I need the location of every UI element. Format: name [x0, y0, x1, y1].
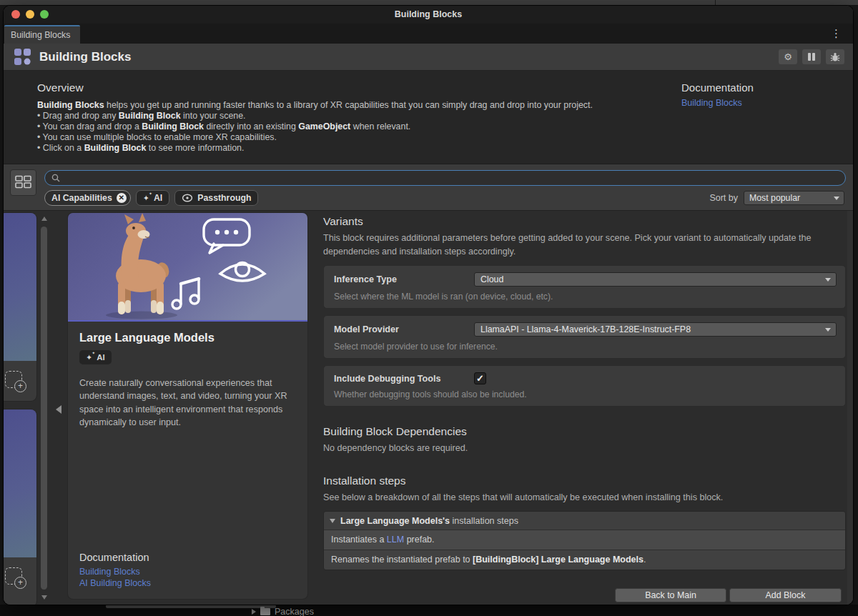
foldout-triangle-icon	[330, 519, 335, 523]
filter-chips: AI Capabilities ✕ ✦ AI Passthrough	[44, 190, 258, 206]
search-field[interactable]	[44, 170, 846, 186]
background-panel-divider	[715, 0, 716, 6]
debugging-tools-field: Include Debugging Tools Whether debuggin…	[323, 365, 846, 407]
dropdown-value: Cloud	[480, 274, 503, 284]
dropdown-value: LlamaAPI - Llama-4-Maverick-17B-128E-Ins…	[480, 324, 691, 334]
background-top-strip	[0, 0, 858, 6]
card-documentation: Documentation Building Blocks AI Buildin…	[79, 552, 296, 589]
tab-building-blocks[interactable]: Building Blocks	[4, 25, 80, 44]
llama-artwork	[68, 213, 307, 320]
chevron-down-icon	[834, 197, 839, 200]
detail-scrollbar-track[interactable]	[847, 211, 853, 605]
chip-ai-capabilities[interactable]: AI Capabilities ✕	[44, 190, 131, 206]
installation-heading: Installation steps	[323, 475, 846, 487]
sparkle-icon: ✦	[86, 353, 92, 362]
overview-bullet: • You can use multiple blocks to enable …	[37, 132, 853, 143]
columns-icon	[808, 53, 815, 61]
packages-label: Packages	[275, 607, 314, 616]
chip-passthrough[interactable]: Passthrough	[174, 190, 258, 206]
documentation-link[interactable]: AI Building Blocks	[79, 578, 296, 590]
page-title: Building Blocks	[39, 50, 131, 64]
list-scrollbar[interactable]	[39, 215, 49, 601]
card-image	[68, 213, 307, 322]
foldout-header[interactable]: Large Language Models's installation ste…	[324, 512, 845, 530]
inference-type-field: Inference Type Cloud Select where the ML…	[323, 265, 846, 309]
grid-blocks-icon	[14, 174, 32, 191]
settings-button[interactable]: ⚙	[779, 49, 797, 64]
screenshot-root: Packages Building Blocks Building Blocks…	[0, 0, 858, 616]
variants-section: Variants This block requires additional …	[323, 215, 846, 407]
search-input[interactable]	[64, 173, 839, 183]
expand-triangle-icon	[252, 609, 256, 615]
field-help: Select model provider to use for inferen…	[334, 342, 837, 352]
overview-bullet: • Drag and drop any Building Block into …	[37, 111, 853, 121]
sort-dropdown[interactable]: Most popular	[744, 191, 844, 205]
inference-type-dropdown[interactable]: Cloud	[474, 272, 837, 287]
chip-label: AI	[154, 193, 162, 203]
folder-icon	[260, 608, 270, 615]
model-provider-field: Model Provider LlamaAPI - Llama-4-Maveri…	[323, 315, 846, 359]
add-to-scene-icon[interactable]	[5, 371, 22, 388]
chip-ai[interactable]: ✦ AI	[136, 190, 170, 206]
field-label: Include Debugging Tools	[334, 374, 474, 384]
model-provider-dropdown[interactable]: LlamaAPI - Llama-4-Maverick-17B-128E-Ins…	[474, 322, 837, 337]
bug-icon	[830, 52, 840, 62]
sort-by-label: Sort by	[709, 193, 738, 203]
chevron-down-icon	[825, 278, 831, 282]
scroll-up-icon[interactable]	[41, 217, 47, 221]
prefab-link[interactable]: LLM	[387, 535, 404, 545]
field-label: Model Provider	[334, 324, 474, 334]
passthrough-eye-icon	[182, 194, 193, 202]
sparkle-icon: ✦	[143, 194, 149, 203]
building-blocks-window: Building Blocks Building Blocks ⋮ Buildi…	[4, 6, 853, 605]
add-block-button[interactable]: Add Block	[729, 588, 842, 602]
background-project-panel: Packages	[0, 605, 858, 616]
overview-bullet: • You can drag and drop a Building Block…	[37, 121, 853, 132]
gear-icon: ⚙	[784, 51, 792, 62]
card-footer	[4, 567, 36, 605]
field-label: Inference Type	[334, 274, 474, 284]
window-title: Building Blocks	[4, 9, 853, 19]
documentation-link[interactable]: Building Blocks	[681, 98, 754, 109]
scrollbar-thumb[interactable]	[41, 227, 47, 590]
building-block-card-partial[interactable]	[4, 409, 36, 605]
card-footer	[4, 371, 36, 401]
grid-view-toggle-button[interactable]	[10, 169, 36, 196]
overview-section: Overview Building Blocks helps you get u…	[4, 71, 853, 164]
card-thumbnail	[4, 409, 36, 557]
block-description: Create naturally conversational experien…	[79, 377, 296, 429]
back-to-main-button[interactable]: Back to Main	[615, 588, 726, 602]
variants-description: This block requires additional parameter…	[323, 232, 832, 259]
sort-control: Sort by Most popular	[709, 191, 844, 205]
dependencies-heading: Building Block Dependencies	[323, 425, 846, 438]
selected-block-card[interactable]: Large Language Models ✦ AI Create natura…	[68, 213, 307, 599]
scroll-down-icon[interactable]	[41, 595, 47, 600]
layout-columns-button[interactable]	[802, 49, 821, 64]
tab-bar: Building Blocks ⋮	[4, 24, 853, 44]
collapse-panel-icon[interactable]	[56, 405, 61, 414]
documentation-link[interactable]: Building Blocks	[79, 567, 296, 578]
detail-pane: Variants This block requires additional …	[323, 211, 846, 570]
window-titlebar: Building Blocks	[4, 6, 853, 24]
panel-header: Building Blocks ⚙	[4, 44, 853, 71]
card-thumbnail	[4, 213, 36, 361]
search-icon	[51, 174, 60, 182]
dependencies-text: No dependency blocks are required.	[323, 442, 846, 455]
debugging-tools-checkbox[interactable]	[474, 372, 486, 384]
report-bug-button[interactable]	[826, 49, 844, 64]
header-buttons: ⚙	[779, 49, 844, 64]
chip-label: Passthrough	[197, 193, 251, 203]
documentation-panel: Documentation Building Blocks	[681, 81, 754, 109]
tab-menu-kebab-icon[interactable]: ⋮	[831, 27, 842, 40]
badge-label: AI	[97, 353, 105, 362]
overview-bullet: • Click on a Building Block to see more …	[37, 143, 853, 154]
remove-chip-icon[interactable]: ✕	[117, 193, 127, 203]
chip-label: AI Capabilities	[51, 193, 112, 203]
ai-badge: ✦ AI	[79, 350, 112, 364]
building-block-card-partial[interactable]	[4, 213, 36, 401]
card-body: Large Language Models ✦ AI Create natura…	[68, 322, 307, 599]
chevron-down-icon	[825, 328, 831, 332]
background-horizontal-scrollbar	[106, 605, 276, 608]
add-to-scene-icon[interactable]	[5, 567, 22, 585]
installation-steps-foldout: Large Language Models's installation ste…	[323, 511, 846, 570]
